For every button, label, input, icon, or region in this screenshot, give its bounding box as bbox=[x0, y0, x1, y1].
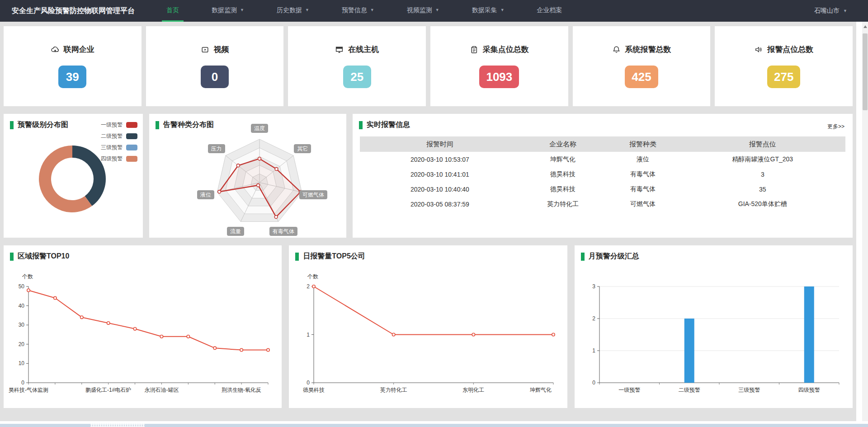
stat-card-label: 在线主机 bbox=[348, 44, 379, 55]
data-point bbox=[472, 333, 475, 336]
y-tick-label: 0 bbox=[592, 380, 595, 386]
legend-label: 一级预警 bbox=[101, 121, 123, 129]
green-marker-icon bbox=[10, 253, 14, 261]
panel-warning-level-donut: 预警级别分布图 一级预警二级预警三级预警四级预警 bbox=[4, 114, 143, 238]
radar-data-point bbox=[275, 168, 278, 171]
speaker-icon bbox=[754, 45, 763, 54]
alerts-table: 报警时间企业名称报警种类报警点位 2020-03-10 10:53:07坤辉气化… bbox=[360, 136, 845, 211]
table-cell: 3 bbox=[680, 167, 845, 182]
legend-item[interactable]: 二级预警 bbox=[101, 132, 137, 140]
table-cell: 35 bbox=[680, 182, 845, 197]
table-cell: 液位 bbox=[606, 152, 679, 167]
panel-alarm-type-radar: 告警种类分布图 温度其它可燃气体有毒气体流量液位压力 bbox=[149, 114, 346, 238]
line-series bbox=[314, 286, 553, 335]
table-cell: 坤辉气化 bbox=[520, 152, 606, 167]
table-column-header: 企业名称 bbox=[520, 136, 606, 152]
video-icon bbox=[201, 45, 209, 54]
nav-item[interactable]: 企业档案 bbox=[533, 0, 567, 22]
nav-item[interactable]: 历史数据▼ bbox=[272, 0, 314, 22]
legend-item[interactable]: 一级预警 bbox=[101, 121, 137, 129]
panel-monthly-warning-summary: 月预警分级汇总 0123一级预警二级预警三级预警四级预警 bbox=[575, 245, 853, 408]
nav-item-label: 首页 bbox=[166, 6, 179, 14]
stat-card[interactable]: 采集点位总数1093 bbox=[430, 26, 568, 106]
nav-item[interactable]: 视频监测▼ bbox=[402, 0, 444, 22]
chevron-down-icon: ▼ bbox=[240, 8, 244, 12]
stat-card[interactable]: 报警点位总数275 bbox=[715, 26, 853, 106]
table-cell: 2020-03-10 10:40:40 bbox=[360, 182, 520, 197]
stat-card-value: 25 bbox=[343, 66, 371, 88]
green-marker-icon bbox=[359, 121, 363, 129]
monitor-icon bbox=[335, 45, 344, 54]
horizontal-scrollbar[interactable] bbox=[0, 424, 868, 427]
panel-region-alarm-top10: 区域报警TOP10 01020304050个数昊科技-气体监测鹏盛化工-1#电石… bbox=[4, 245, 282, 408]
data-point bbox=[267, 348, 269, 351]
vertical-scrollbar[interactable] bbox=[862, 22, 868, 424]
radar-axis-label: 温度 bbox=[251, 124, 268, 133]
nav-item[interactable]: 首页 bbox=[162, 0, 184, 22]
radar-data-point bbox=[236, 164, 240, 167]
x-category-label: 永润石油-罐区 bbox=[144, 387, 179, 393]
stat-card[interactable]: 系统报警总数425 bbox=[573, 26, 711, 106]
region-selector[interactable]: 石嘴山市 ▼ bbox=[814, 0, 868, 22]
panel-header: 实时报警信息 bbox=[359, 120, 410, 130]
more-link[interactable]: 更多>> bbox=[827, 123, 844, 131]
table-cell: 英力特化工 bbox=[520, 197, 606, 211]
nav-item[interactable]: 数据监测▼ bbox=[207, 0, 249, 22]
x-category-label: 昊科技-气体监测 bbox=[9, 387, 48, 393]
stat-card-label: 视频 bbox=[214, 44, 229, 55]
y-tick-label: 0 bbox=[21, 380, 24, 386]
nav-item-label: 数据采集 bbox=[472, 6, 497, 14]
x-category-label: 东明化工 bbox=[463, 387, 485, 393]
nav-item-label: 历史数据 bbox=[277, 6, 302, 14]
table-cell: 2020-03-10 10:41:01 bbox=[360, 167, 520, 182]
x-category-label: 二级预警 bbox=[678, 387, 700, 393]
nav-item[interactable]: 预警信息▼ bbox=[337, 0, 379, 22]
nav-item[interactable]: 数据采集▼ bbox=[467, 0, 509, 22]
radar-axis-label: 压力 bbox=[208, 144, 225, 153]
stat-card-value: 0 bbox=[201, 66, 229, 88]
x-category-label: 英力特化工 bbox=[380, 387, 407, 393]
table-cell: 可燃气体 bbox=[606, 197, 679, 211]
y-tick-label: 3 bbox=[592, 283, 595, 290]
radar-axis-label: 液位 bbox=[197, 190, 214, 199]
stat-card-value: 425 bbox=[625, 66, 658, 88]
stat-card[interactable]: 视频0 bbox=[146, 26, 284, 106]
horizontal-scrollbar-thumb[interactable] bbox=[90, 424, 145, 427]
stat-card-title: 系统报警总数 bbox=[612, 44, 671, 55]
data-point bbox=[552, 333, 555, 336]
radar-axis-label: 有毒气体 bbox=[269, 227, 297, 236]
radar-data-point bbox=[257, 184, 260, 187]
y-tick-label: 2 bbox=[307, 283, 310, 290]
scroll-up-arrow-icon[interactable] bbox=[863, 25, 867, 28]
table-cell: 德昊科技 bbox=[520, 182, 606, 197]
stat-card[interactable]: 联网企业39 bbox=[4, 26, 142, 106]
data-point bbox=[27, 289, 30, 291]
panel-title: 实时报警信息 bbox=[367, 120, 410, 130]
dashboard-content: 联网企业39视频0在线主机25采集点位总数1093系统报警总数425报警点位总数… bbox=[0, 22, 856, 421]
data-point bbox=[54, 296, 57, 299]
y-tick-label: 0 bbox=[307, 380, 310, 386]
data-point bbox=[187, 335, 189, 338]
table-row[interactable]: 2020-03-10 10:40:40德昊科技有毒气体35 bbox=[360, 182, 845, 197]
data-point bbox=[80, 316, 83, 319]
table-column-header: 报警时间 bbox=[360, 136, 520, 152]
vertical-scrollbar-thumb[interactable] bbox=[863, 33, 868, 110]
data-point bbox=[312, 285, 315, 288]
table-row[interactable]: 2020-03-05 08:37:59英力特化工可燃气体GIA-520单体贮槽 bbox=[360, 197, 845, 211]
table-cell: 德昊科技 bbox=[520, 167, 606, 182]
table-cell: 2020-03-10 10:53:07 bbox=[360, 152, 520, 167]
radar-data-point bbox=[258, 157, 261, 160]
legend-item[interactable]: 四级预警 bbox=[101, 155, 137, 163]
y-tick-label: 30 bbox=[19, 322, 25, 328]
table-row[interactable]: 2020-03-10 10:41:01德昊科技有毒气体3 bbox=[360, 167, 845, 182]
table-row[interactable]: 2020-03-10 10:53:07坤辉气化液位精醇南罐液位GT_203 bbox=[360, 152, 845, 167]
x-category-label: 坤辉气化 bbox=[530, 387, 552, 393]
stat-card-title: 联网企业 bbox=[51, 44, 94, 55]
donut-legend: 一级预警二级预警三级预警四级预警 bbox=[101, 121, 137, 163]
stat-card[interactable]: 在线主机25 bbox=[288, 26, 426, 106]
legend-swatch bbox=[126, 133, 137, 139]
chevron-down-icon: ▼ bbox=[435, 8, 439, 12]
legend-item[interactable]: 三级预警 bbox=[101, 144, 137, 151]
table-cell: 2020-03-05 08:37:59 bbox=[360, 197, 520, 211]
region-label: 石嘴山市 bbox=[814, 7, 840, 15]
